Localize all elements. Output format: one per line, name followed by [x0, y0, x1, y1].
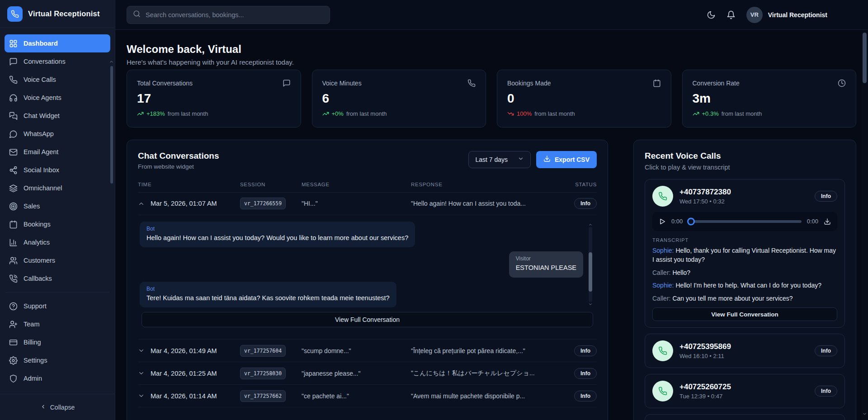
voice-call-card[interactable]: +40725395869Wed 16:10 • 2:11Info — [645, 334, 845, 368]
chevron-up-icon — [138, 200, 145, 207]
sidebar-item-admin[interactable]: Admin — [5, 369, 110, 387]
row-response: "Avem mai multe pachete disponibile p... — [411, 392, 561, 400]
sidebar-item-voice-calls[interactable]: Voice Calls — [5, 71, 110, 89]
conversation-row[interactable]: Mar 4, 2026, 01:49 AMvr_177257604"scump … — [138, 340, 597, 362]
users-icon — [9, 256, 18, 265]
call-list: +40737872380Wed 17:50 • 0:32Info0:000:00… — [645, 179, 845, 420]
row-message: "scump domne..." — [302, 347, 405, 354]
sidebar-item-chat-widget[interactable]: Chat Widget — [5, 107, 110, 125]
collapse-button[interactable]: Collapse — [40, 404, 75, 411]
voice-call-card[interactable]: +40725260725Tue 12:39 • 0:47Info — [645, 374, 845, 408]
sidebar-scrollbar[interactable] — [109, 58, 114, 367]
page-scrollbar-thumb[interactable] — [863, 33, 867, 83]
trending-down-icon — [507, 110, 514, 117]
search-input[interactable] — [146, 11, 324, 19]
export-csv-label: Export CSV — [555, 156, 590, 163]
chat-scrollbar-thumb[interactable] — [589, 252, 592, 292]
info-badge[interactable]: Info — [574, 198, 597, 209]
chat-scrollbar-track[interactable] — [589, 227, 592, 302]
export-csv-button[interactable]: Export CSV — [536, 151, 597, 168]
sidebar-item-dashboard[interactable]: Dashboard — [5, 34, 110, 52]
visitor-message-bubble: VisitorESTONIAN PLEASE — [509, 251, 583, 278]
sender-label: Bot — [146, 286, 390, 292]
sidebar-item-voice-agents[interactable]: Voice Agents — [5, 89, 110, 107]
sidebar-item-team[interactable]: Team — [5, 315, 110, 333]
sidebar-item-billing[interactable]: Billing — [5, 333, 110, 351]
column-header-message: MESSAGE — [302, 182, 405, 187]
sidebar-item-label: Chat Widget — [24, 112, 60, 119]
page-scrollbar[interactable] — [861, 30, 868, 420]
sidebar-item-label: Team — [24, 321, 39, 328]
stat-change: +0% — [332, 110, 344, 117]
sidebar-footer: Collapse — [0, 394, 115, 420]
info-badge[interactable]: Info — [815, 386, 837, 396]
user-menu[interactable]: VR Virtual Receptionist — [746, 7, 827, 23]
player-seek-thumb[interactable] — [687, 217, 695, 225]
stat-change-note: from last month — [168, 110, 208, 117]
sidebar-item-label: Admin — [24, 375, 42, 382]
main-content: Welcome back, Virtual Here's what's happ… — [115, 30, 868, 420]
sidebar-item-label: Social Inbox — [24, 166, 59, 174]
chat-scrollbar[interactable] — [588, 222, 593, 308]
stats-row: Total Conversations17+183%from last mont… — [127, 70, 856, 127]
voice-panel-title: Recent Voice Calls — [645, 151, 845, 161]
sidebar-item-support[interactable]: Support — [5, 297, 110, 315]
theme-toggle-button[interactable] — [707, 10, 716, 19]
view-full-conversation-button[interactable]: View Full Conversation — [142, 312, 593, 327]
sidebar-item-whatsapp[interactable]: WhatsApp — [5, 125, 110, 143]
chevron-down-icon — [862, 411, 867, 416]
sidebar-item-sales[interactable]: Sales — [5, 197, 110, 215]
sidebar-scroll-up — [109, 58, 114, 66]
sidebar-item-label: Dashboard — [24, 40, 58, 47]
sidebar-item-callbacks[interactable]: Callbacks — [5, 269, 110, 288]
info-badge[interactable]: Info — [574, 368, 597, 379]
call-phone-icon — [652, 381, 673, 401]
sidebar-item-bookings[interactable]: Bookings — [5, 215, 110, 233]
sidebar-item-customers[interactable]: Customers — [5, 251, 110, 269]
conversation-row[interactable]: Mar 5, 2026, 01:07 AMvr_177266559"HI..."… — [138, 193, 597, 215]
sidebar-item-conversations[interactable]: Conversations — [5, 52, 110, 71]
sidebar-item-label: Bookings — [24, 221, 51, 228]
bot-message-bubble: BotHello again! How can I assist you tod… — [140, 222, 415, 248]
info-badge[interactable]: Info — [574, 391, 597, 401]
sidebar-item-social-inbox[interactable]: Social Inbox — [5, 161, 110, 179]
message-text: ESTONIAN PLEASE — [516, 264, 576, 273]
stat-change-note: from last month — [722, 110, 762, 117]
chevron-down-icon — [518, 156, 524, 162]
row-message: "japanesse please..." — [302, 370, 405, 377]
call-number: +40725260725 — [679, 382, 808, 392]
conversation-row[interactable]: Mar 4, 2026, 01:25 AMvr_177258030"japane… — [138, 362, 597, 385]
info-badge[interactable]: Info — [574, 345, 597, 356]
conversation-row[interactable]: Mar 4, 2026, 01:14 AMvr_177257662"ce pac… — [138, 385, 597, 407]
info-badge[interactable]: Info — [815, 191, 837, 202]
sidebar: Virtual Receptionist DashboardConversati… — [0, 0, 115, 420]
notifications-button[interactable] — [726, 10, 736, 19]
info-badge[interactable]: Info — [815, 345, 837, 356]
sidebar-scrollbar-thumb[interactable] — [110, 66, 113, 184]
sidebar-item-email-agent[interactable]: Email Agent — [5, 143, 110, 161]
call-meta: Tue 12:39 • 0:47 — [679, 393, 808, 400]
view-full-conversation-button[interactable]: View Full Conversation — [652, 307, 837, 321]
chevron-left-icon — [40, 404, 46, 410]
play-button[interactable] — [659, 218, 666, 225]
app-logo: Virtual Receptionist — [0, 0, 115, 28]
phone-icon — [658, 192, 667, 201]
sidebar-item-analytics[interactable]: Analytics — [5, 233, 110, 251]
column-header-status: STATUS — [568, 182, 597, 187]
stat-value: 3m — [693, 91, 846, 106]
sidebar-item-label: Settings — [24, 357, 47, 364]
avatar[interactable]: VR — [746, 7, 763, 23]
call-meta: Wed 17:50 • 0:32 — [679, 198, 808, 205]
sidebar-item-label: WhatsApp — [24, 130, 54, 137]
player-seek-slider[interactable] — [688, 220, 801, 223]
row-time: Mar 5, 2026, 01:07 AM — [151, 200, 217, 207]
stat-label: Voice Minutes — [322, 80, 362, 87]
date-range-select[interactable]: Last 7 days — [468, 151, 531, 168]
download-recording-button[interactable] — [824, 218, 831, 225]
phone-icon — [658, 387, 667, 396]
chat-panel-title: Chat Conversations — [138, 151, 219, 161]
sidebar-item-settings[interactable]: Settings — [5, 351, 110, 369]
voice-call-card[interactable]: +40737872380Wed 17:50 • 0:32Info0:000:00… — [645, 179, 845, 328]
page-subtitle: Here's what's happening with your AI rec… — [127, 58, 856, 66]
sidebar-item-omnichannel[interactable]: Omnichannel — [5, 179, 110, 197]
